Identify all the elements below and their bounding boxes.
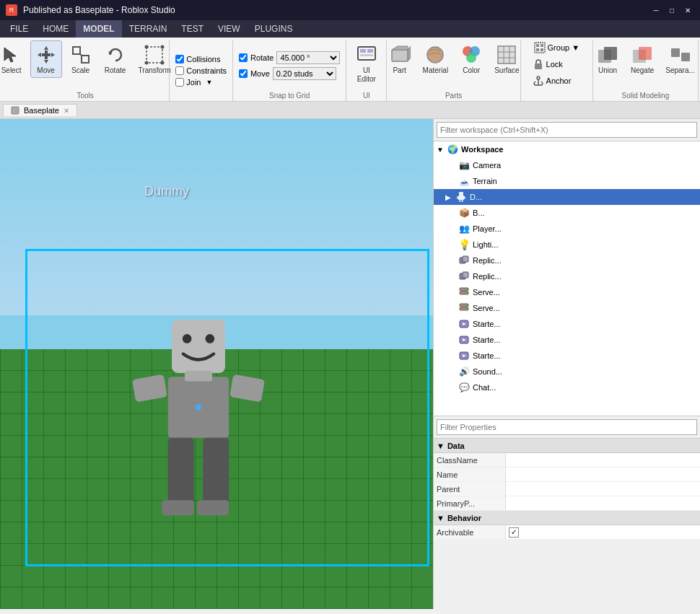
explorer-sound[interactable]: 🔊 Sound... [434,364,700,380]
viewport[interactable]: Dummy [0,119,433,609]
svg-rect-52 [132,374,167,403]
prop-filter-area [434,416,700,439]
svg-marker-3 [38,53,41,57]
explorer-replic1[interactable]: Replic... [434,253,700,268]
join-checkbox[interactable] [175,78,184,87]
color-icon [460,43,483,66]
parts-buttons: Part Material Color [384,40,524,92]
explorer-dummy[interactable]: ▶ D... [434,189,700,205]
ui-group: UIEditor UI [346,40,387,101]
svg-rect-8 [82,56,89,63]
menu-terrain[interactable]: TERRAIN [122,20,175,38]
scale-label: Scale [71,66,89,75]
ui-editor-button[interactable]: UIEditor [351,40,382,87]
svg-rect-49 [172,320,225,373]
constraints-checkbox[interactable] [175,66,184,75]
workspace-filter-input[interactable] [437,122,697,138]
starter1-arrow [448,320,458,328]
behavior-section-header[interactable]: ▼ Behavior [434,511,700,525]
color-button[interactable]: Color [455,40,487,78]
replic2-arrow [448,273,458,281]
solid-buttons: Union Negate [592,40,699,92]
menu-file[interactable]: FILE [3,20,35,38]
prop-classname-key: ClassName [434,453,506,467]
move-snap-checkbox[interactable] [239,69,248,78]
part-button[interactable]: Part [384,40,416,78]
prop-classname-row: ClassName [434,453,700,468]
select-label: Select [1,66,22,75]
close-button[interactable]: ✕ [681,4,694,16]
explorer-server1[interactable]: Serve... [434,284,700,300]
rotate-snap-select[interactable]: 45.000 ° [276,51,340,64]
separate-button[interactable]: Separa... [661,40,699,78]
negate-button[interactable]: Negate [626,40,658,78]
explorer-players[interactable]: 👥 Player... [434,221,700,237]
prop-primary-value[interactable] [506,496,700,510]
prop-name-value[interactable] [506,468,700,481]
join-dropdown[interactable]: ▼ [206,79,213,86]
prop-classname-value[interactable] [506,453,700,467]
menu-model[interactable]: MODEL [76,20,121,38]
select-button[interactable]: Select [0,40,27,78]
prop-archivable-value[interactable]: ✓ [506,525,700,539]
explorer-terrain[interactable]: 🗻 Terrain [434,173,700,189]
archivable-checkbox[interactable]: ✓ [509,527,519,538]
material-button[interactable]: Material [419,40,453,78]
scale-button[interactable]: Scale [65,40,97,78]
prop-parent-row: Parent [434,482,700,496]
maximize-button[interactable]: □ [665,4,678,16]
move-snap-select[interactable]: 0.20 studs [273,67,336,80]
baseplate-tab[interactable]: Baseplate ✕ [3,104,77,116]
starter2-arrow [448,336,458,344]
tab-bar: Baseplate ✕ [0,102,700,119]
minimize-button[interactable]: ─ [649,4,662,16]
svg-point-51 [206,334,215,343]
chat-label: Chat... [473,383,496,392]
constraints-label: Constraints [186,66,227,75]
explorer-starter1[interactable]: Starte... [434,316,700,332]
svg-point-83 [466,289,468,290]
svg-rect-35 [536,48,539,51]
menu-test[interactable]: TEST [174,20,211,38]
rotate-button[interactable]: Rotate [100,40,131,78]
union-button[interactable]: Union [592,40,624,78]
explorer-camera[interactable]: 📷 Camera [434,157,700,173]
explorer-server2[interactable]: Serve... [434,300,700,316]
anchor-button[interactable]: Anchor [530,74,585,88]
model-group: Group ▼ Lock Anchor [521,40,593,101]
explorer-chat[interactable]: 💬 Chat... [434,380,700,395]
menu-view[interactable]: VIEW [211,20,248,38]
collisions-checkbox[interactable] [175,55,184,63]
explorer-starter3[interactable]: Starte... [434,348,700,364]
close-tab-button[interactable]: ✕ [64,107,69,115]
starter2-icon [458,334,470,346]
menu-home[interactable]: HOME [35,20,76,38]
svg-rect-11 [146,47,162,63]
starter1-icon [458,318,470,330]
menu-plugins[interactable]: PLUGINS [248,20,300,38]
rotate-snap-checkbox[interactable] [239,53,248,62]
prop-filter-input[interactable] [437,419,697,435]
explorer-starter2[interactable]: Starte... [434,332,700,348]
separate-label: Separa... [665,66,695,75]
explorer-b[interactable]: 📦 B... [434,205,700,221]
prop-archivable-row: Archivable ✓ [434,525,700,540]
svg-rect-34 [541,44,543,47]
dummy-expand-arrow: ▶ [445,193,455,201]
surface-button[interactable]: Surface [490,40,523,78]
explorer-replic2[interactable]: Replic... [434,268,700,284]
data-section-header[interactable]: ▼ Data [434,439,700,453]
data-section-label: Data [447,442,465,450]
lock-button[interactable]: Lock [530,57,585,71]
svg-rect-75 [459,200,461,202]
explorer-workspace[interactable]: ▼ 🌍 Workspace [434,141,700,157]
scale-icon [69,43,92,66]
move-button[interactable]: Move [30,40,62,78]
group-button[interactable]: Group ▼ [530,40,585,55]
collisions-group: Collisions Constraints Join ▼ [170,40,233,101]
transform-button[interactable]: Transform [134,40,175,78]
menu-bar: FILE HOME MODEL TERRAIN TEST VIEW PLUGIN… [0,20,700,38]
chat-arrow [448,384,458,392]
explorer-lighting[interactable]: 💡 Lighti... [434,237,700,253]
prop-parent-value[interactable] [506,482,700,496]
